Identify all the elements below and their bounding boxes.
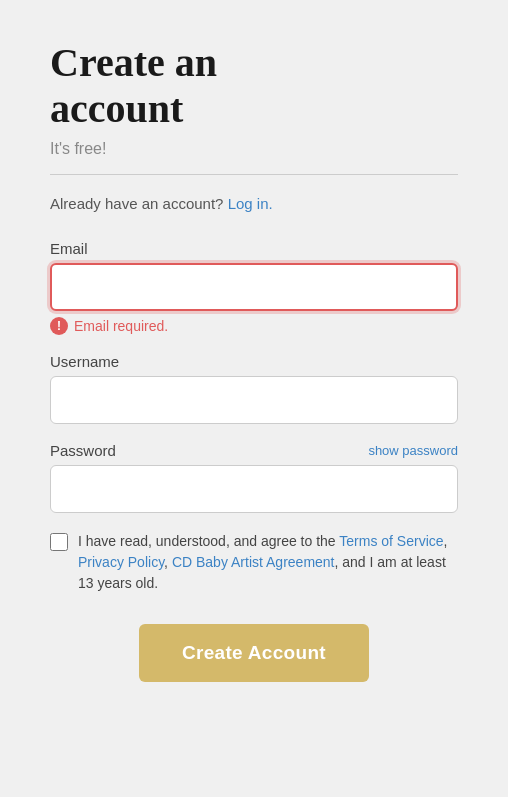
- login-link[interactable]: Log in.: [228, 195, 273, 212]
- create-account-button[interactable]: Create Account: [139, 624, 369, 682]
- signup-form-container: Create an account It's free! Already hav…: [0, 0, 508, 797]
- email-error-message: ! Email required.: [50, 317, 458, 335]
- error-icon: !: [50, 317, 68, 335]
- login-prompt: Already have an account? Log in.: [50, 195, 458, 212]
- terms-of-service-link[interactable]: Terms of Service: [339, 533, 443, 549]
- password-field-header: Password show password: [50, 442, 458, 459]
- username-label: Username: [50, 353, 458, 370]
- privacy-policy-link[interactable]: Privacy Policy: [78, 554, 164, 570]
- username-input[interactable]: [50, 376, 458, 424]
- terms-label: I have read, understood, and agree to th…: [78, 531, 458, 594]
- password-input[interactable]: [50, 465, 458, 513]
- subtitle-text: It's free!: [50, 140, 458, 158]
- cd-baby-agreement-link[interactable]: CD Baby Artist Agreement: [172, 554, 335, 570]
- email-label: Email: [50, 240, 458, 257]
- username-field-group: Username: [50, 353, 458, 424]
- show-password-link[interactable]: show password: [368, 443, 458, 458]
- password-label: Password: [50, 442, 116, 459]
- email-input[interactable]: [50, 263, 458, 311]
- page-title: Create an account: [50, 40, 458, 132]
- divider: [50, 174, 458, 175]
- password-field-group: Password show password: [50, 442, 458, 513]
- terms-checkbox[interactable]: [50, 533, 68, 551]
- email-field-group: Email ! Email required.: [50, 240, 458, 335]
- terms-checkbox-row: I have read, understood, and agree to th…: [50, 531, 458, 594]
- email-error-text: Email required.: [74, 318, 168, 334]
